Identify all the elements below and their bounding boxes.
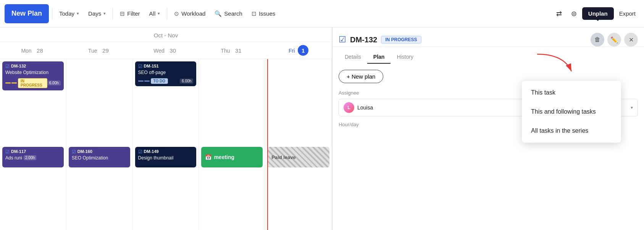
export-button[interactable]: Export bbox=[615, 8, 639, 19]
chevron-down-icon: ▾ bbox=[77, 11, 79, 16]
badge-line bbox=[144, 80, 150, 82]
detail-header: ☑ DM-132 IN PROGRESS 🗑 ✏️ ✕ bbox=[332, 27, 644, 47]
unplan-area: Unplan bbox=[582, 7, 614, 20]
meeting-label: meeting bbox=[214, 154, 234, 160]
delete-button[interactable]: 🗑 bbox=[591, 33, 604, 47]
tab-history[interactable]: History bbox=[391, 51, 420, 64]
avatar: L bbox=[344, 102, 354, 113]
task-hours: 6.00h bbox=[180, 79, 193, 84]
checkbox-icon: ☑ bbox=[5, 64, 10, 69]
today-button[interactable]: Today ▾ bbox=[55, 8, 83, 19]
sync-icon: ⇄ bbox=[556, 10, 562, 18]
days-label: Days bbox=[88, 10, 101, 17]
checkbox-icon: ☑ bbox=[138, 149, 142, 154]
export-label: Export bbox=[619, 10, 636, 17]
day-header-wed: Wed 30 bbox=[133, 42, 199, 59]
task-title: Ads runi bbox=[5, 155, 22, 161]
checkbox-icon: ☑ bbox=[72, 149, 76, 154]
day-headers: Mon 28 Tue 29 Wed 30 Thu 31 Fri 1 bbox=[0, 42, 332, 59]
filter-icon: ⊟ bbox=[120, 10, 125, 17]
tab-plan[interactable]: Plan bbox=[367, 51, 391, 64]
sync-button[interactable]: ⇄ bbox=[552, 7, 566, 20]
all-label: All bbox=[149, 10, 156, 17]
day-col-thu-row2: 📅 meeting bbox=[199, 145, 265, 230]
task-header: ☑ DM-117 bbox=[5, 149, 61, 154]
tab-details[interactable]: Details bbox=[339, 51, 367, 64]
status-badge-todo: TO DO bbox=[151, 78, 168, 84]
badge-line bbox=[138, 80, 144, 82]
issues-label: Issues bbox=[259, 10, 275, 17]
chevron-down-icon: ▾ bbox=[158, 11, 160, 16]
task-header: ☑ DM-151 bbox=[138, 64, 194, 69]
day-num-today: 1 bbox=[298, 45, 308, 56]
month-header: Oct - Nov bbox=[0, 27, 332, 42]
new-plan-button[interactable]: New Plan bbox=[5, 4, 49, 23]
badge-line bbox=[11, 82, 17, 84]
dropdown-item-this-task[interactable]: This task bbox=[522, 83, 621, 102]
day-label: Mon bbox=[21, 48, 31, 54]
all-button[interactable]: All ▾ bbox=[145, 8, 164, 19]
task-card-dm132[interactable]: ☑ DM-132 Website Optimization IN PROGRES… bbox=[2, 61, 64, 90]
issues-button[interactable]: ⊡ Issues bbox=[248, 8, 279, 19]
separator bbox=[167, 8, 167, 19]
day-col-tue-row2: ☑ DM-160 SEO Optimization bbox=[66, 145, 133, 230]
task-hours: 6.00h bbox=[47, 80, 61, 85]
search-label: Search bbox=[224, 10, 242, 17]
filter-button[interactable]: ⊟ Filter bbox=[116, 8, 144, 19]
days-button[interactable]: Days ▾ bbox=[84, 8, 110, 19]
dropdown-item-all-tasks[interactable]: All tasks in the series bbox=[522, 121, 621, 140]
badge-area: IN PROGRESS bbox=[5, 78, 47, 88]
task-title: Website Optimization bbox=[5, 70, 61, 76]
toolbar: New Plan Today ▾ Days ▾ ⊟ Filter All ▾ ⊙… bbox=[0, 0, 644, 27]
badge-line bbox=[5, 82, 11, 84]
today-label: Today bbox=[59, 10, 74, 17]
day-col-fri-row1 bbox=[265, 59, 332, 145]
dropdown-item-this-following[interactable]: This and following tasks bbox=[522, 102, 621, 121]
day-num: 30 bbox=[168, 45, 178, 56]
task-title: SEO off-page bbox=[138, 70, 194, 76]
task-card-dm149[interactable]: ☑ DM-149 Design thumbnail bbox=[135, 147, 197, 167]
calendar-icon: 📅 bbox=[205, 154, 211, 160]
day-num: 29 bbox=[100, 45, 111, 56]
detail-tabs: Details Plan History bbox=[332, 51, 644, 64]
task-footer: TO DO 6.00h bbox=[138, 78, 194, 84]
header-actions: 🗑 ✏️ ✕ bbox=[591, 33, 638, 47]
task-header: ☑ DM-149 bbox=[138, 149, 194, 154]
day-col-wed-row1: ☑ DM-151 SEO off-page TO DO 6.00h bbox=[133, 59, 199, 145]
search-icon: 🔍 bbox=[215, 10, 222, 17]
paid-leave-card[interactable]: Paid leave bbox=[268, 147, 329, 167]
workload-button[interactable]: ⊙ Workload bbox=[170, 8, 209, 19]
settings-button[interactable]: ⊜ bbox=[567, 7, 581, 20]
day-header-mon: Mon 28 bbox=[0, 42, 66, 59]
detail-status-badge: IN PROGRESS bbox=[381, 36, 421, 43]
task-card-dm117[interactable]: ☑ DM-117 Ads runi 2.00h bbox=[2, 147, 64, 167]
day-col-tue-row1 bbox=[66, 59, 133, 145]
search-button[interactable]: 🔍 Search bbox=[211, 8, 246, 19]
task-card-dm160[interactable]: ☑ DM-160 SEO Optimization bbox=[69, 147, 130, 167]
task-card-dm151[interactable]: ☑ DM-151 SEO off-page TO DO 6.00h bbox=[135, 61, 197, 86]
assignee-info: L Louisa bbox=[344, 102, 373, 113]
paid-leave-label: Paid leave bbox=[271, 154, 296, 160]
close-button[interactable]: ✕ bbox=[624, 33, 638, 47]
unplan-dropdown: This task This and following tasks All t… bbox=[522, 81, 621, 143]
badge-lines bbox=[5, 82, 17, 84]
edit-button[interactable]: ✏️ bbox=[607, 33, 621, 47]
day-header-thu: Thu 31 bbox=[199, 42, 265, 59]
meeting-card[interactable]: 📅 meeting bbox=[201, 147, 263, 167]
day-num: 31 bbox=[233, 45, 244, 56]
task-id: DM-132 bbox=[11, 64, 26, 68]
day-label: Fri bbox=[289, 48, 295, 54]
day-col-mon-row2: ☑ DM-117 Ads runi 2.00h bbox=[0, 145, 66, 230]
task-footer: IN PROGRESS 6.00h bbox=[5, 78, 61, 88]
assignee-name: Louisa bbox=[357, 105, 373, 111]
calendar-panel: Oct - Nov Mon 28 Tue 29 Wed 30 Thu 31 Fr… bbox=[0, 27, 332, 230]
day-label: Thu bbox=[221, 48, 230, 54]
badge-area: TO DO bbox=[138, 78, 168, 84]
filter-label: Filter bbox=[127, 10, 140, 17]
task-title: Design thumbnail bbox=[138, 155, 194, 161]
today-line bbox=[267, 59, 268, 230]
detail-panel: ☑ DM-132 IN PROGRESS 🗑 ✏️ ✕ Details Plan… bbox=[332, 27, 644, 230]
clock-icon: ⊙ bbox=[174, 10, 179, 17]
task-header: ☑ DM-160 bbox=[72, 149, 127, 154]
new-plan-button-detail[interactable]: + New plan bbox=[339, 70, 383, 83]
